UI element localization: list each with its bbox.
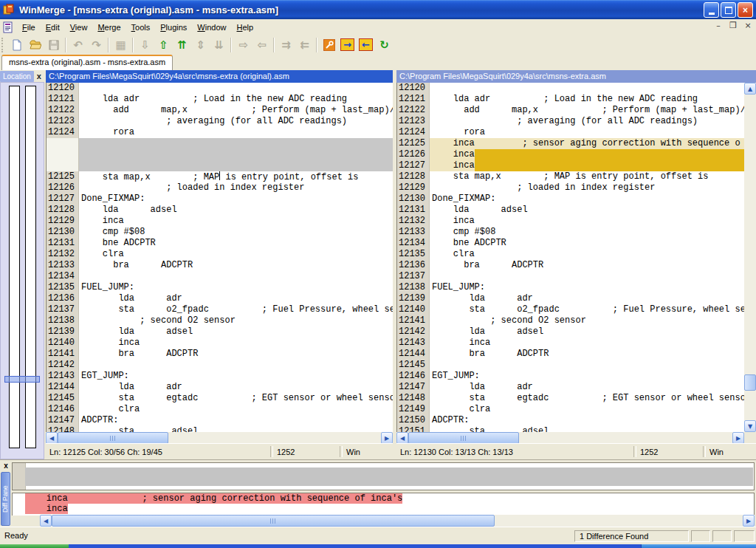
code-line[interactable]: 12129 inca — [47, 216, 393, 227]
code-line[interactable]: 12126 inca — [397, 149, 744, 160]
code-line[interactable]: 12151 sta adsel — [397, 426, 744, 432]
code-line[interactable]: 12141 ; second O2 sensor — [397, 315, 744, 326]
code-line[interactable]: 12134 bne ADCPTR — [397, 238, 744, 249]
right-hscroll-track[interactable] — [519, 432, 732, 444]
mdi-restore-button[interactable]: ❒ — [728, 21, 738, 30]
code-line[interactable]: 12123 ; averaging (for all ADC readings) — [47, 116, 393, 127]
code-line[interactable]: 12138 ; second O2 sensor — [47, 315, 393, 326]
code-line[interactable]: 12133 cmp #$08 — [397, 227, 744, 238]
code-line[interactable]: 12127 inca — [397, 160, 744, 171]
code-line[interactable]: 12144 bra ADCPTR — [397, 349, 744, 360]
code-line[interactable]: 12137 — [397, 271, 744, 282]
code-line[interactable]: 12134 — [47, 271, 393, 282]
code-line[interactable] — [47, 160, 393, 171]
code-line[interactable]: 12123 ; averaging (for all ADC readings) — [397, 116, 744, 127]
diff-pane-horizontal-scrollbar[interactable]: ◀ ▶ — [40, 515, 755, 527]
code-line[interactable]: 12132 clra — [47, 249, 393, 260]
copy-left-icon[interactable]: ⇦ — [252, 36, 271, 53]
right-hscroll-thumb[interactable] — [408, 432, 519, 444]
code-line[interactable] — [47, 138, 393, 149]
location-view-indicator[interactable] — [4, 376, 40, 383]
menu-plugins[interactable]: Plugins — [155, 23, 192, 32]
code-line[interactable]: 12150ADCPTR: — [397, 415, 744, 426]
code-line[interactable]: 12146EGT_JUMP: — [397, 371, 744, 382]
scroll-up-icon[interactable]: ▲ — [744, 83, 756, 95]
location-bar-left-file[interactable] — [9, 86, 20, 448]
location-pane-close-icon[interactable]: x — [34, 72, 44, 81]
left-hscroll-track[interactable] — [168, 432, 381, 444]
diff-pane-tab[interactable]: Diff Pane — [1, 472, 10, 526]
scroll-right-icon[interactable]: ▶ — [743, 515, 755, 527]
code-line[interactable]: 12139 lda adsel — [47, 326, 393, 338]
refresh-icon[interactable]: ↻ — [375, 36, 394, 53]
right-file-path-header[interactable]: C:\Program Files\MegaSquirt\029y4a\src\m… — [396, 70, 756, 83]
moved-right-icon[interactable]: → — [340, 38, 354, 51]
diff-pane-close-icon[interactable]: x — [1, 462, 10, 470]
code-line[interactable]: 12122 add map,x ; Perform (map + last_ma… — [397, 105, 744, 116]
code-line[interactable]: 12124 rora — [397, 127, 744, 138]
menu-tools[interactable]: Tools — [126, 23, 156, 32]
code-line[interactable]: 12135FUEL_JUMP: — [47, 282, 393, 293]
last-difference-icon[interactable]: ⇊ — [210, 36, 228, 53]
menu-help[interactable]: Help — [232, 23, 259, 32]
code-line[interactable]: 12143 inca — [397, 338, 744, 349]
code-line[interactable]: 12126 ; loaded in index register — [47, 182, 393, 193]
left-horizontal-scrollbar[interactable]: ◀ ▶ — [46, 432, 393, 444]
restore-button[interactable] — [721, 2, 736, 18]
right-code-area[interactable]: 1212012121 lda adr ; Load in the new ADC… — [396, 83, 744, 432]
code-line[interactable]: 12136 bra ADCPTR — [397, 260, 744, 271]
start-button[interactable] — [0, 544, 69, 548]
code-line[interactable]: 12143EGT_JUMP: — [47, 371, 393, 382]
scroll-right-icon[interactable]: ▶ — [381, 432, 393, 444]
code-line[interactable]: 12148 sta egtadc ; EGT sensor or wheel s… — [397, 393, 744, 404]
toolbar-grip[interactable] — [1, 38, 5, 52]
menu-merge[interactable]: Merge — [92, 23, 126, 32]
code-line[interactable]: 12130Done_FIXMAP: — [397, 193, 744, 205]
diff-pane-hscroll-track[interactable] — [495, 515, 743, 527]
code-line[interactable]: 12131 bne ADCPTR — [47, 238, 393, 249]
windows-taskbar[interactable] — [0, 544, 756, 548]
scroll-left-icon[interactable]: ◀ — [40, 515, 52, 527]
moved-left-icon[interactable]: ← — [359, 38, 373, 51]
next-difference-icon[interactable]: ⇩ — [136, 36, 154, 53]
code-line[interactable]: 12149 clra — [397, 404, 744, 415]
code-line[interactable]: 12142 — [47, 360, 393, 371]
code-line[interactable]: 12135 clra — [397, 249, 744, 260]
code-line[interactable]: 12146 clra — [47, 404, 393, 415]
code-line[interactable]: 12144 lda adr — [47, 382, 393, 393]
minimize-button[interactable] — [704, 2, 719, 18]
copy-right-icon[interactable]: ⇨ — [234, 36, 252, 53]
right-vscroll-thumb[interactable] — [744, 374, 756, 391]
code-line[interactable]: 12128 sta map,x ; MAP is entry point, of… — [397, 171, 744, 182]
code-line[interactable]: 12121 lda adr ; Load in the new ADC read… — [397, 94, 744, 105]
right-horizontal-scrollbar[interactable]: ◀ ▶ — [396, 432, 744, 444]
file-compare-icon[interactable]: ▦ — [111, 36, 130, 53]
code-line[interactable]: 12139 lda adr — [397, 293, 744, 304]
code-line[interactable]: 12130 cmp #$08 — [47, 227, 393, 238]
code-line[interactable]: 12125 inca ; sensor aging correction wit… — [397, 138, 744, 149]
code-line[interactable]: 12145 — [397, 360, 744, 371]
code-line[interactable]: 12141 bra ADCPTR — [47, 349, 393, 360]
menu-view[interactable]: View — [65, 23, 93, 32]
code-line[interactable]: 12145 sta egtadc ; EGT sensor or wheel s… — [47, 393, 393, 404]
menu-edit[interactable]: Edit — [41, 23, 65, 32]
code-line[interactable]: 12122 add map,x ; Perform (map + last_ma… — [47, 105, 393, 116]
code-line[interactable]: 12140 inca — [47, 338, 393, 349]
code-line[interactable]: 12140 sta o2_fpadc ; Fuel Pressure, whee… — [397, 304, 744, 315]
code-line[interactable]: 12132 inca — [397, 216, 744, 227]
file-compare-tab[interactable]: msns-extra (original).asm - msns-extra.a… — [1, 55, 173, 70]
code-line[interactable]: 12124 rora — [47, 127, 393, 138]
left-hscroll-thumb[interactable] — [58, 432, 168, 444]
code-line[interactable]: 12138FUEL_JUMP: — [397, 282, 744, 293]
location-bar-right-file[interactable] — [25, 86, 36, 448]
options-icon[interactable] — [320, 36, 338, 53]
code-line[interactable]: 12131 lda adsel — [397, 205, 744, 216]
code-line[interactable]: 12136 lda adr — [47, 293, 393, 304]
save-icon[interactable] — [44, 36, 63, 53]
close-button[interactable]: × — [738, 2, 753, 18]
copy-all-right-icon[interactable]: ⇉ — [277, 36, 295, 53]
code-line[interactable]: 12133 bra ADCPTR — [47, 260, 393, 271]
menu-window[interactable]: Window — [192, 23, 231, 32]
scroll-down-icon[interactable]: ▼ — [744, 420, 756, 432]
code-line[interactable]: 12128 lda adsel — [47, 205, 393, 216]
